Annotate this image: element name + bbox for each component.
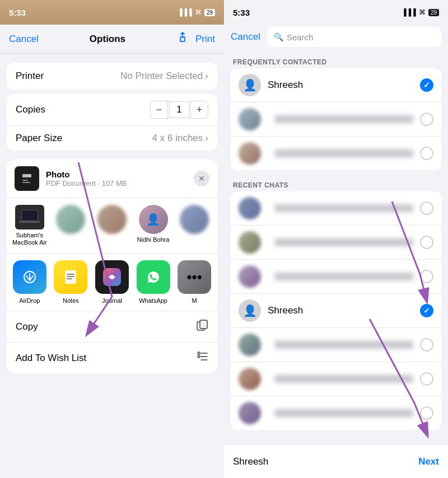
airdrop-icon <box>13 260 46 294</box>
recent-row-3[interactable] <box>231 260 441 294</box>
copy-icon <box>196 319 208 334</box>
file-meta: PDF Document · 107 MB <box>46 179 187 188</box>
blurred-avatar-3 <box>180 205 209 234</box>
chevron-right-paper-icon: › <box>205 133 208 144</box>
more-apps-icon: ••• <box>178 260 211 294</box>
app-airdrop[interactable]: AirDrop <box>11 260 48 304</box>
frequently-contacted-label: FREQUENTLY CONTACTED <box>224 54 448 68</box>
contact-nidhi[interactable]: 👤 Nidhi Bohra <box>135 205 172 246</box>
blurred-check-2[interactable] <box>420 147 433 160</box>
app-journal[interactable]: Journal <box>94 260 130 304</box>
share-sheet-card: Photo PDF Document · 107 MB ✕ Subham's M… <box>7 160 217 373</box>
right-panel: 5:33 ▐▐▐ ⌘ 29 Cancel 🔍 Search FREQUENTLY… <box>224 0 448 478</box>
contact-blur-3[interactable] <box>176 205 213 246</box>
recent-check-5[interactable] <box>420 372 433 386</box>
status-icons-right: ▐▐▐ ⌘ 29 <box>402 8 439 16</box>
left-panel: 5:33 ▐▐▐ ⌘ 29 Cancel Options Print Print… <box>0 0 224 478</box>
recent-row-shreesh[interactable]: 👤 Shreesh <box>231 294 441 328</box>
battery-badge: 29 <box>204 9 215 16</box>
printer-value: No Printer Selected › <box>120 71 208 82</box>
svg-point-18 <box>198 352 200 354</box>
notes-label: Notes <box>63 297 79 304</box>
status-icons-left: ▐▐▐ ⌘ 29 <box>178 8 215 16</box>
recent-avatar-2 <box>239 231 261 254</box>
svg-point-19 <box>198 355 200 358</box>
recent-name-5 <box>274 375 413 383</box>
svg-rect-1 <box>19 171 35 186</box>
recent-avatar-4 <box>239 334 261 356</box>
status-time-right: 5:33 <box>233 8 250 17</box>
recent-row-6[interactable] <box>231 396 441 430</box>
share-close-button[interactable]: ✕ <box>194 171 209 186</box>
shreesh-avatar-2: 👤 <box>239 299 261 322</box>
signal-icon-right: ▐▐▐ <box>402 8 416 16</box>
shreesh-name-2: Shreesh <box>268 305 413 316</box>
app-notes[interactable]: Notes <box>53 260 90 304</box>
copies-label: Copies <box>16 104 45 115</box>
status-bar-right: 5:33 ▐▐▐ ⌘ 29 <box>224 0 448 25</box>
recent-check-6[interactable] <box>420 406 433 420</box>
journal-label: Journal <box>102 297 122 304</box>
recent-row-5[interactable] <box>231 362 441 396</box>
recent-check-3[interactable] <box>420 270 433 283</box>
svg-point-14 <box>110 275 114 279</box>
file-info: Photo PDF Document · 107 MB <box>46 170 187 188</box>
status-time-left: 5:33 <box>9 8 26 17</box>
recent-check-1[interactable] <box>420 201 433 215</box>
copy-action-row[interactable]: Copy <box>7 311 217 343</box>
battery-badge-right: 29 <box>428 9 439 16</box>
recent-row-4[interactable] <box>231 328 441 362</box>
search-cancel-button[interactable]: Cancel <box>231 31 260 43</box>
recent-check-4[interactable] <box>420 338 433 352</box>
contact-row-shreesh-1[interactable]: 👤 Shreesh <box>231 68 441 102</box>
printer-section: Printer No Printer Selected › <box>7 63 217 90</box>
svg-rect-12 <box>67 278 72 279</box>
blurred-contact-avatar-2 <box>239 142 261 165</box>
shreesh-check-2[interactable] <box>420 304 433 317</box>
search-icon: 🔍 <box>274 32 283 41</box>
paper-size-value: 4 x 6 inches › <box>152 133 208 144</box>
recent-name-4 <box>274 341 413 349</box>
share-icon[interactable] <box>176 31 189 46</box>
svg-rect-17 <box>200 320 207 329</box>
cancel-button[interactable]: Cancel <box>9 34 39 45</box>
paper-size-label: Paper Size <box>16 133 62 144</box>
selected-contact-name: Shreesh <box>233 456 268 467</box>
contact-row-blur-2[interactable] <box>231 137 441 170</box>
notes-icon <box>54 260 87 294</box>
copy-label: Copy <box>16 321 38 332</box>
next-button[interactable]: Next <box>418 456 439 467</box>
options-title: Options <box>90 34 125 45</box>
print-button[interactable]: Print <box>195 34 215 45</box>
frequently-contacted-group: 👤 Shreesh <box>231 68 441 170</box>
shreesh-avatar-1: 👤 <box>239 74 261 96</box>
recent-row-2[interactable] <box>231 226 441 260</box>
recent-check-2[interactable] <box>420 236 433 249</box>
contact-blur-2[interactable] <box>94 205 130 246</box>
paper-size-row[interactable]: Paper Size 4 x 6 inches › <box>7 126 217 151</box>
app-more[interactable]: ••• M <box>176 260 213 304</box>
more-label: M <box>192 297 197 304</box>
status-bar-left: 5:33 ▐▐▐ ⌘ 29 <box>0 0 224 25</box>
shreesh-check-1[interactable] <box>420 78 433 92</box>
search-bar[interactable]: 🔍 Search <box>267 27 441 47</box>
blurred-avatar-1 <box>56 205 85 234</box>
recent-chats-label: RECENT CHATS <box>224 177 448 191</box>
recent-name-3 <box>274 273 413 280</box>
app-whatsapp[interactable]: WhatsApp <box>135 260 172 304</box>
add-to-wishlist-action-row[interactable]: Add To Wish List <box>7 343 217 373</box>
print-settings-section: Copies − 1 + Paper Size 4 x 6 inches › <box>7 94 217 151</box>
blurred-contact-avatar-1 <box>239 108 261 130</box>
blurred-check-1[interactable] <box>420 113 433 126</box>
copies-minus-button[interactable]: − <box>150 101 168 119</box>
contact-macbook[interactable]: Subham's MacBook Air <box>11 205 48 246</box>
copies-plus-button[interactable]: + <box>190 101 208 119</box>
contact-row-blur-1[interactable] <box>231 102 441 137</box>
printer-label: Printer <box>16 71 44 82</box>
printer-row[interactable]: Printer No Printer Selected › <box>7 63 217 90</box>
recent-row-1[interactable] <box>231 191 441 226</box>
recent-name-2 <box>274 238 413 246</box>
wifi-icon-right: ⌘ <box>419 8 426 16</box>
contact-blur-1[interactable] <box>53 205 90 246</box>
action-rows: Copy Add To Wish List <box>7 311 217 373</box>
